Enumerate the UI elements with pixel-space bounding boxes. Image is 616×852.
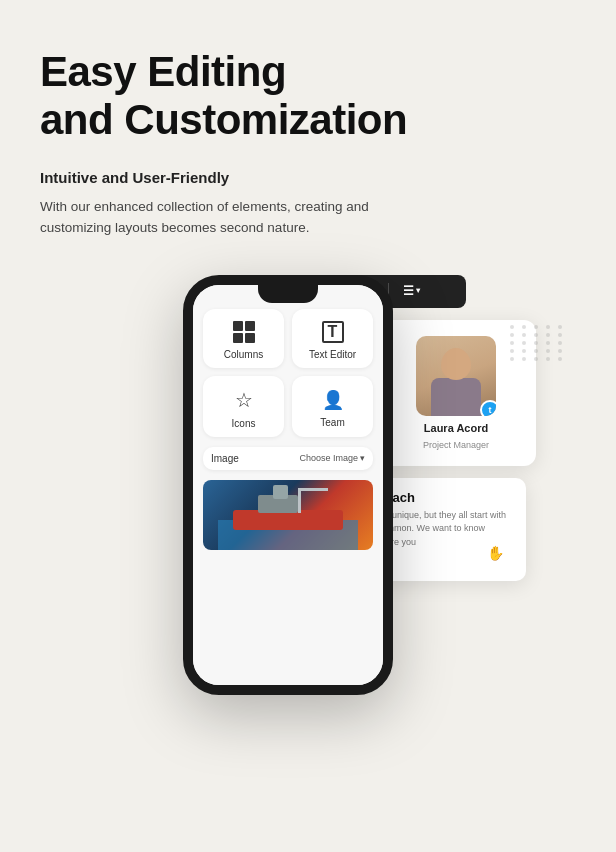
team-icon: 👤 xyxy=(322,389,344,411)
tile-icons: ☆ Icons xyxy=(203,376,284,437)
phone-screen: Columns T Text Editor ☆ Icons xyxy=(193,285,383,685)
member-laura-name: Laura Acord xyxy=(424,422,488,434)
tile-text-editor: T Text Editor xyxy=(292,309,373,368)
heading-line2: and Customization xyxy=(40,96,407,143)
decorative-grid-dots: for(let i=0;i<25;i++) document.write('<d… xyxy=(510,325,566,361)
description: With our enhanced collection of elements… xyxy=(40,196,420,239)
phone-image-preview xyxy=(203,480,373,550)
text-editor-icon: T xyxy=(322,321,344,343)
chevron-down-icon: ▾ xyxy=(360,453,365,463)
tile-columns-label: Columns xyxy=(224,349,263,360)
choose-image-button[interactable]: Choose Image ▾ xyxy=(299,453,365,463)
columns-icon xyxy=(233,321,255,343)
image-label: Image xyxy=(211,453,239,464)
toolbar-list[interactable]: ☰▾ xyxy=(399,283,424,299)
phone-image-row: Image Choose Image ▾ xyxy=(203,447,373,470)
avatar-laura: t xyxy=(416,336,496,416)
team-member-laura: t Laura Acord Project Manager xyxy=(392,336,520,450)
star-icon: ☆ xyxy=(235,388,253,412)
social-badge-twitter: t xyxy=(480,400,496,416)
svg-rect-4 xyxy=(298,488,301,513)
tile-text-editor-label: Text Editor xyxy=(309,349,356,360)
choose-image-label: Choose Image xyxy=(299,453,358,463)
phone-notch xyxy=(258,285,318,303)
heading-line1: Easy Editing xyxy=(40,48,286,95)
phone-mockup: Columns T Text Editor ☆ Icons xyxy=(183,275,393,695)
svg-rect-3 xyxy=(273,485,288,499)
svg-rect-5 xyxy=(298,488,328,491)
tile-team-label: Team xyxy=(320,417,344,428)
illustration-section: Columns T Text Editor ☆ Icons xyxy=(40,275,576,705)
main-heading: Easy Editing and Customization xyxy=(40,48,576,145)
subtitle: Intuitive and User-Friendly xyxy=(40,169,576,186)
tile-team: 👤 Team xyxy=(292,376,373,437)
member-laura-role: Project Manager xyxy=(423,440,489,450)
page-container: Easy Editing and Customization Intuitive… xyxy=(0,0,616,745)
tile-icons-label: Icons xyxy=(232,418,256,429)
phone-grid-row-2: ☆ Icons 👤 Team xyxy=(203,376,373,437)
tile-columns: Columns xyxy=(203,309,284,368)
phone-frame: Columns T Text Editor ☆ Icons xyxy=(183,275,393,695)
ship-svg xyxy=(218,480,358,550)
phone-grid-row-1: Columns T Text Editor xyxy=(203,309,373,368)
ship-image xyxy=(203,480,373,550)
